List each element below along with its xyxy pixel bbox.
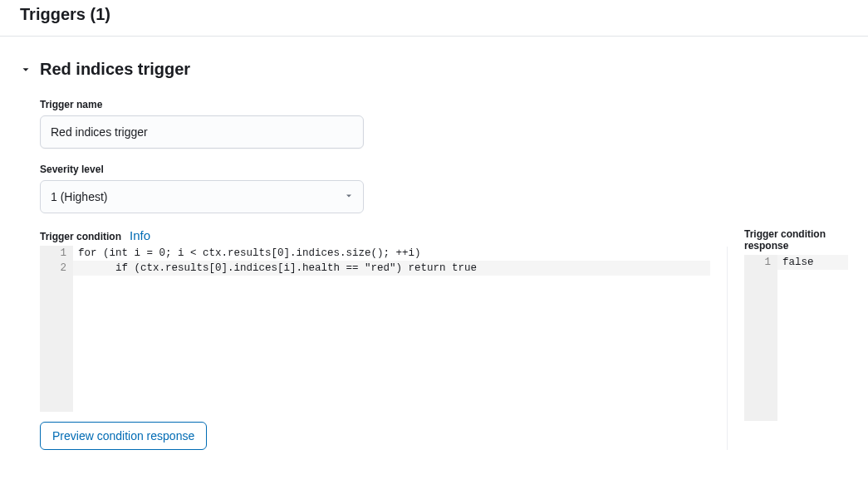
- trigger-condition-response-label: Trigger condition response: [744, 228, 848, 252]
- trigger-condition-response-editor[interactable]: 1 false: [744, 255, 848, 421]
- severity-level-select[interactable]: 1 (Highest): [40, 180, 364, 213]
- code-gutter: 1: [744, 255, 777, 421]
- code-line: for (int i = 0; i < ctx.results[0].indic…: [73, 246, 710, 261]
- code-content: false: [777, 255, 848, 421]
- line-number: 1: [40, 246, 66, 261]
- trigger-condition-editor[interactable]: 1 2 for (int i = 0; i < ctx.results[0].i…: [40, 246, 710, 412]
- trigger-panel: Red indices trigger Trigger name Severit…: [0, 37, 868, 450]
- info-link[interactable]: Info: [130, 228, 150, 242]
- trigger-header-toggle[interactable]: Red indices trigger: [20, 60, 848, 79]
- code-gutter: 1 2: [40, 246, 73, 412]
- severity-level-label: Severity level: [40, 164, 848, 175]
- chevron-down-icon: [20, 64, 32, 76]
- trigger-name-label: Trigger name: [40, 99, 848, 110]
- code-line: false: [777, 255, 848, 270]
- trigger-condition-label: Trigger condition: [40, 231, 121, 242]
- line-number: 1: [744, 255, 771, 270]
- trigger-title: Red indices trigger: [40, 60, 190, 79]
- code-content: for (int i = 0; i < ctx.results[0].indic…: [73, 246, 710, 412]
- trigger-name-input[interactable]: [40, 115, 364, 149]
- severity-level-value: 1 (Highest): [51, 190, 107, 203]
- divider: [727, 247, 728, 450]
- section-title: Triggers (1): [0, 0, 868, 37]
- line-number: 2: [40, 261, 66, 276]
- code-line: if (ctx.results[0].indices[i].health == …: [73, 261, 710, 276]
- preview-condition-response-button[interactable]: Preview condition response: [40, 422, 207, 450]
